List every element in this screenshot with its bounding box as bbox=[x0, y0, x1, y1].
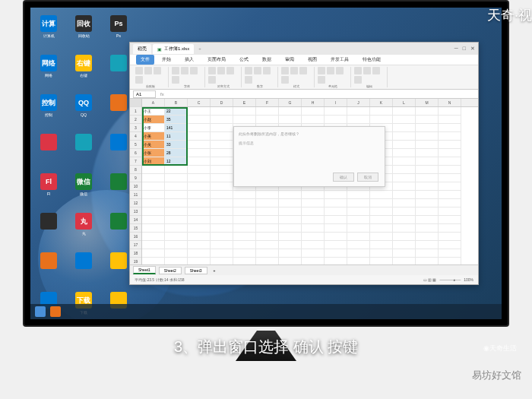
col-header[interactable]: B bbox=[165, 99, 188, 106]
taskbar-item[interactable] bbox=[50, 306, 61, 317]
menu-item[interactable]: 视图 bbox=[308, 56, 317, 63]
row-header[interactable]: 12 bbox=[130, 199, 141, 207]
taskbar[interactable] bbox=[30, 304, 502, 319]
cell[interactable] bbox=[325, 107, 347, 116]
cell[interactable] bbox=[393, 124, 416, 132]
cell[interactable] bbox=[393, 241, 416, 249]
cell[interactable] bbox=[211, 141, 233, 149]
cell[interactable] bbox=[256, 258, 279, 264]
cell[interactable] bbox=[393, 191, 416, 199]
cell[interactable] bbox=[325, 258, 347, 264]
col-header[interactable]: C bbox=[188, 99, 211, 106]
cell[interactable]: 33 bbox=[165, 141, 188, 149]
cell[interactable] bbox=[188, 124, 211, 132]
cell[interactable] bbox=[439, 182, 461, 191]
cell[interactable] bbox=[416, 107, 439, 116]
cell[interactable]: 22 bbox=[165, 107, 188, 116]
cell[interactable] bbox=[416, 207, 439, 216]
cell[interactable] bbox=[370, 224, 393, 233]
cell[interactable]: 11 bbox=[165, 132, 188, 141]
tab-add[interactable]: + bbox=[195, 46, 204, 51]
cell[interactable] bbox=[393, 249, 416, 258]
cell[interactable] bbox=[188, 233, 211, 241]
cell[interactable] bbox=[416, 241, 439, 249]
cell[interactable]: 12 bbox=[165, 157, 188, 166]
cell[interactable] bbox=[165, 233, 188, 241]
cell[interactable] bbox=[416, 116, 439, 124]
cell[interactable] bbox=[233, 224, 256, 233]
file-menu[interactable]: 文件 bbox=[136, 55, 154, 65]
cell[interactable] bbox=[211, 216, 233, 224]
cell[interactable]: 小张 bbox=[142, 149, 165, 157]
cell[interactable] bbox=[165, 258, 188, 264]
cell[interactable] bbox=[211, 107, 233, 116]
desktop-icon[interactable] bbox=[38, 213, 59, 239]
cell[interactable] bbox=[279, 233, 302, 241]
cell[interactable] bbox=[347, 224, 370, 233]
cell[interactable] bbox=[325, 249, 347, 258]
cell[interactable] bbox=[256, 241, 279, 249]
cell[interactable] bbox=[416, 224, 439, 233]
cell[interactable] bbox=[439, 116, 461, 124]
cell[interactable] bbox=[347, 249, 370, 258]
cell[interactable] bbox=[416, 157, 439, 166]
cell[interactable] bbox=[211, 233, 233, 241]
cell[interactable]: 35 bbox=[165, 116, 188, 124]
cell[interactable] bbox=[233, 258, 256, 264]
cell[interactable] bbox=[393, 132, 416, 141]
row-header[interactable]: 3 bbox=[130, 124, 141, 132]
cell[interactable] bbox=[211, 224, 233, 233]
cell[interactable] bbox=[211, 199, 233, 207]
desktop-icon[interactable]: 右键右键 bbox=[73, 55, 94, 81]
cell[interactable] bbox=[233, 241, 256, 249]
cell[interactable] bbox=[439, 149, 461, 157]
cell[interactable] bbox=[325, 224, 347, 233]
cell[interactable] bbox=[188, 199, 211, 207]
cell[interactable] bbox=[416, 141, 439, 149]
zoom-controls[interactable]: ▭ ▥ ▦─────●──100% bbox=[423, 277, 473, 282]
cell[interactable] bbox=[165, 199, 188, 207]
cell[interactable] bbox=[302, 241, 325, 249]
cell[interactable] bbox=[188, 258, 211, 264]
cell[interactable] bbox=[370, 116, 393, 124]
cell[interactable] bbox=[211, 191, 233, 199]
cell[interactable] bbox=[279, 241, 302, 249]
cell[interactable] bbox=[416, 199, 439, 207]
cell[interactable] bbox=[370, 207, 393, 216]
cell[interactable] bbox=[142, 199, 165, 207]
row-header[interactable]: 7 bbox=[130, 157, 141, 166]
cell[interactable] bbox=[439, 258, 461, 264]
cell[interactable] bbox=[302, 199, 325, 207]
cell[interactable] bbox=[439, 199, 461, 207]
cell[interactable] bbox=[233, 207, 256, 216]
cell[interactable] bbox=[233, 107, 256, 116]
cell[interactable] bbox=[188, 249, 211, 258]
row-header[interactable]: 1 bbox=[130, 107, 141, 116]
cell[interactable] bbox=[188, 182, 211, 191]
cell[interactable] bbox=[370, 233, 393, 241]
desktop-icon[interactable]: PsPs bbox=[108, 15, 129, 41]
desktop-icon[interactable] bbox=[108, 94, 129, 120]
cell[interactable] bbox=[416, 258, 439, 264]
cell[interactable] bbox=[188, 191, 211, 199]
cell[interactable] bbox=[439, 132, 461, 141]
cell[interactable] bbox=[188, 157, 211, 166]
cell[interactable] bbox=[302, 249, 325, 258]
cell[interactable] bbox=[416, 166, 439, 174]
cell[interactable] bbox=[302, 258, 325, 264]
desktop-icon[interactable] bbox=[73, 252, 94, 278]
cancel-button[interactable]: 取消 bbox=[357, 173, 378, 182]
cell[interactable] bbox=[393, 141, 416, 149]
cell[interactable] bbox=[256, 224, 279, 233]
cell[interactable] bbox=[165, 207, 188, 216]
cell[interactable] bbox=[142, 241, 165, 249]
cell[interactable] bbox=[233, 233, 256, 241]
cell[interactable] bbox=[325, 207, 347, 216]
cell[interactable]: 小赵 bbox=[142, 116, 165, 124]
cell[interactable] bbox=[393, 199, 416, 207]
desktop-icon[interactable] bbox=[108, 213, 129, 239]
cell[interactable] bbox=[393, 149, 416, 157]
cell[interactable] bbox=[370, 241, 393, 249]
cell[interactable] bbox=[393, 116, 416, 124]
cell[interactable] bbox=[142, 191, 165, 199]
